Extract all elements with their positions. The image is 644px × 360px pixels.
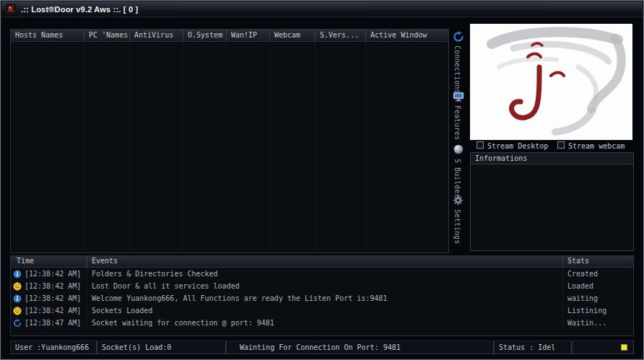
log-event: Socket waiting for connection @ port: 94… — [87, 317, 563, 329]
log-time: [12:38:42 AM] — [25, 270, 81, 278]
status-state: Status : Idel — [494, 341, 572, 354]
column-active-window[interactable]: Active Window — [366, 30, 448, 41]
tab-features-label: Features — [453, 105, 461, 140]
side-tab-strip: Connections Features — [449, 29, 467, 253]
log-stat: Created — [563, 270, 633, 278]
status-bar: User :Yuankong666 Socket(s) Load:0 Waint… — [10, 341, 634, 354]
log-column-events[interactable]: Events — [87, 256, 563, 267]
smiley-icon — [13, 307, 22, 315]
stream-webcam-checkbox[interactable] — [557, 141, 565, 149]
log-event: Sockets Loaded — [87, 304, 563, 317]
tab-connections-label: Connections — [453, 45, 461, 93]
settings-icon — [453, 195, 464, 206]
log-event: Lost Door & all it services loaded — [87, 280, 563, 292]
hosts-table-header: Hosts Names PC 'Names AntiVirus O.System… — [11, 30, 448, 42]
log-row[interactable]: [12:38:47 AM] Socket waiting for connect… — [11, 317, 633, 329]
log-stat: waiting — [563, 294, 633, 302]
tab-settings[interactable]: Settings — [449, 195, 467, 206]
info-icon — [13, 270, 22, 278]
log-row[interactable]: [12:38:42 AM] Sockets Loaded Listining — [11, 304, 633, 317]
tab-s-builder[interactable]: S Builder — [449, 144, 467, 154]
status-filler — [572, 341, 634, 354]
log-time: [12:38:42 AM] — [25, 307, 81, 315]
column-webcam[interactable]: Webcam — [270, 30, 316, 41]
log-stat: Listining — [563, 307, 633, 315]
event-log: Time Events Stats [12:38:42 AM] Folders … — [10, 255, 634, 336]
column-os[interactable]: O.System — [183, 30, 227, 41]
event-log-header: Time Events Stats — [11, 256, 633, 268]
stream-desktop-label: Stream Desktop — [487, 142, 548, 150]
window-title: .:: Lost®Door v9.2 Aws ::. [ 0 ] — [21, 5, 138, 14]
app-window: .:: Lost®Door v9.2 Aws ::. [ 0 ] Hosts N… — [0, 0, 644, 360]
column-pc-names[interactable]: PC 'Names — [84, 30, 130, 41]
log-time: [12:38:47 AM] — [25, 319, 81, 327]
hosts-list-body[interactable] — [11, 42, 448, 253]
log-stat: Waitin... — [563, 319, 633, 327]
tab-s-builder-label: S Builder — [453, 159, 461, 198]
log-event: Welcome Yuankong666, All Functions are r… — [87, 292, 563, 304]
status-waiting: Wainting For Connection On Port: 9481 — [226, 341, 494, 354]
log-column-stats[interactable]: Stats — [563, 256, 633, 267]
tab-connections[interactable]: Connections — [449, 31, 467, 43]
log-event: Folders & Directories Checked — [87, 268, 563, 280]
column-hosts-names[interactable]: Hosts Names — [11, 30, 84, 41]
activity-indicator — [621, 344, 627, 351]
informations-title: Informations — [471, 153, 633, 164]
info-icon — [13, 294, 22, 303]
status-user: User :Yuankong666 — [10, 341, 97, 354]
status-sockets: Socket(s) Load:0 — [97, 341, 226, 354]
stream-desktop-checkbox[interactable] — [477, 141, 484, 149]
titlebar[interactable]: .:: Lost®Door v9.2 Aws ::. [ 0 ] — [1, 1, 643, 17]
log-row[interactable]: [12:38:42 AM] Welcome Yuankong666, All F… — [11, 292, 633, 304]
tab-settings-label: Settings — [453, 209, 461, 244]
informations-panel: Informations — [470, 152, 634, 251]
stream-options: Stream Desktop Stream webcam — [470, 141, 634, 150]
app-icon[interactable] — [6, 4, 17, 14]
log-column-time[interactable]: Time — [11, 256, 87, 267]
hosts-table: Hosts Names PC 'Names AntiVirus O.System… — [10, 29, 449, 253]
smiley-icon — [13, 282, 22, 291]
column-wan-ip[interactable]: Wan!IP — [227, 30, 270, 41]
column-antivirus[interactable]: AntiVirus — [130, 30, 183, 41]
log-row[interactable]: [12:38:42 AM] Folders & Directories Chec… — [11, 268, 633, 280]
column-server-version[interactable]: S.Vers... — [316, 30, 366, 41]
log-time: [12:38:42 AM] — [25, 294, 81, 302]
connections-icon — [453, 31, 464, 43]
log-row[interactable]: [12:38:42 AM] Lost Door & all it service… — [11, 280, 633, 292]
stream-webcam-label: Stream webcam — [568, 142, 625, 150]
log-time: [12:38:42 AM] — [25, 282, 81, 290]
features-icon — [453, 91, 464, 102]
log-stat: Loaded — [563, 282, 633, 290]
tab-features[interactable]: Features — [449, 91, 467, 102]
connection-icon — [13, 319, 22, 328]
calligraphy-image — [470, 24, 632, 140]
builder-icon — [453, 144, 464, 154]
